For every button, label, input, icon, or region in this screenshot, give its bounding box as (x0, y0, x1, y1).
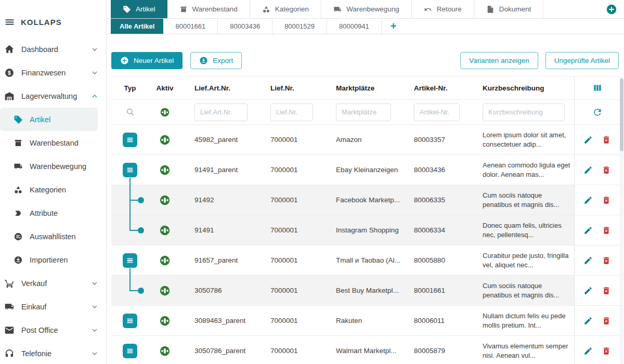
sidebar-item-post-office[interactable]: Post Office (0, 318, 106, 342)
sidebar-item-dashboard[interactable]: Dashboard (0, 37, 106, 61)
delete-button[interactable] (602, 226, 611, 235)
aktiv-cell (149, 276, 181, 305)
unchecked-articles-button[interactable]: Ungeprüfte Artikel (545, 52, 619, 69)
delete-button[interactable] (602, 135, 611, 145)
subtab-label: 80000941 (339, 22, 369, 30)
lief-art-nr-cell: 3089463_parent (181, 306, 257, 335)
filter-input[interactable] (194, 103, 248, 121)
add-tab-button[interactable] (606, 4, 617, 15)
list-icon (124, 345, 136, 357)
tree-node-dot (138, 227, 144, 233)
edit-button[interactable] (583, 165, 593, 175)
filter-input[interactable] (414, 103, 460, 121)
artikel-nr-cell: 80003436 (400, 155, 469, 185)
marktplaetze-cell: Rakuten (322, 306, 400, 335)
delete-button[interactable] (602, 196, 611, 205)
search-icon[interactable] (125, 107, 135, 117)
chevron-down-icon (90, 279, 99, 288)
delete-button[interactable] (602, 286, 611, 295)
column-header-lief-nr: Lief.Nr. (257, 76, 322, 99)
filter-input[interactable] (336, 103, 391, 121)
export-button[interactable]: Export (190, 52, 242, 69)
sidebar-item-auswahllisten[interactable]: Auswahllisten (0, 225, 106, 248)
sidebar-item-label: Telefonie (21, 349, 51, 358)
edit-button[interactable] (583, 256, 593, 265)
artikel-nr-cell: 80006011 (400, 306, 469, 335)
kurzbeschreibung-cell: Cum sociis natoque penatibus et magnis d… (469, 185, 574, 215)
sidebar-item-einkauf[interactable]: Einkauf (0, 295, 106, 318)
tab-kategorien[interactable]: Kategorien (250, 0, 321, 18)
aktiv-cell (149, 336, 181, 364)
lief-nr-cell: 7000001 (257, 155, 322, 185)
sidebar-item-telefonie[interactable]: Telefonie (0, 342, 106, 364)
edit-button[interactable] (583, 286, 593, 295)
edit-button[interactable] (583, 135, 593, 145)
filter-aktiv (149, 100, 181, 124)
tab-retoure[interactable]: Retoure (412, 0, 474, 18)
finance-icon: $ (4, 68, 15, 78)
sidebar-item-warenbewegung[interactable]: Warenbewegung (0, 154, 106, 178)
filter-input[interactable] (270, 103, 313, 121)
actions-cell (574, 306, 620, 335)
tab-label: Warenbewegung (346, 5, 399, 13)
edit-button[interactable] (583, 346, 593, 356)
subtab-80001529[interactable]: 80001529 (272, 19, 327, 34)
delete-button[interactable] (602, 165, 611, 175)
delete-button[interactable] (602, 316, 611, 326)
subtab-alle-artikel[interactable]: Alle Artikel (111, 19, 163, 34)
kurzbeschreibung-cell: Lorem ipsum dolor sit amet, consectetuer… (469, 125, 574, 154)
active-status-icon (160, 285, 170, 296)
edit-button[interactable] (583, 196, 593, 205)
show-variants-button[interactable]: Varianten anzeigen (460, 52, 538, 69)
aktiv-cell (149, 215, 181, 245)
tab-warenbestand[interactable]: Warenbestand (167, 0, 250, 18)
new-article-button[interactable]: Neuer Artikel (111, 52, 183, 69)
lief-nr-cell: 7000001 (257, 306, 322, 335)
toolbar: Neuer Artikel Export Varianten anzeigen … (107, 34, 624, 76)
sidebar-item-attribute[interactable]: Attribute (0, 201, 106, 225)
sidebar-item-warenbestand[interactable]: Warenbestand (0, 131, 106, 154)
tab-warenbewegung[interactable]: Warenbewegung (321, 0, 412, 18)
toolbar-left: Neuer Artikel Export (111, 52, 242, 69)
filter-input[interactable] (483, 103, 565, 121)
return-icon (424, 5, 432, 14)
column-header-kurzbeschreibung: Kurzbeschreibung (469, 76, 574, 99)
kurzbeschreibung-cell: Cum sociis natoque penatibus et magnis d… (469, 276, 574, 305)
sidebar-item-artikel[interactable]: Artikel (0, 108, 98, 131)
subtab-80001661[interactable]: 80001661 (163, 19, 218, 34)
filter-typ (111, 100, 149, 124)
subtab-80000941[interactable]: 80000941 (327, 19, 382, 34)
delete-button[interactable] (602, 346, 611, 356)
columns-icon[interactable] (592, 83, 603, 93)
scrollbar-thumb[interactable] (620, 79, 623, 151)
tree-line (129, 215, 131, 230)
sidebar-item-verkauf[interactable]: Verkauf (0, 271, 106, 295)
edit-button[interactable] (583, 226, 593, 235)
list-icon (124, 315, 136, 327)
menu-icon[interactable] (4, 17, 15, 28)
lief-nr-cell: 7000001 (257, 125, 322, 154)
sidebar-item-lagerverwaltung[interactable]: Lagerverwaltung (0, 84, 106, 108)
marktplaetze-cell: Tmall и Taobao (Al... (322, 245, 400, 275)
type-list-button[interactable] (123, 253, 137, 268)
tree-line (129, 178, 131, 186)
type-list-button[interactable] (123, 344, 137, 358)
sidebar-item-label: Kategorien (30, 186, 66, 194)
edit-button[interactable] (583, 316, 593, 326)
type-list-button[interactable] (123, 133, 137, 147)
actions-cell (574, 215, 620, 245)
sidebar-item-kategorien[interactable]: Kategorien (0, 178, 106, 201)
add-subtab-button[interactable]: + (382, 19, 406, 34)
truck-icon (4, 302, 15, 312)
type-list-button[interactable] (123, 314, 137, 328)
refresh-icon[interactable] (592, 107, 603, 118)
type-list-button[interactable] (123, 163, 137, 177)
active-status-icon[interactable] (160, 108, 170, 117)
sidebar-item-importieren[interactable]: Importieren (0, 248, 106, 271)
sidebar-item-finanzwesen[interactable]: $ Finanzwesen (0, 61, 106, 84)
delete-button[interactable] (602, 256, 611, 265)
column-header-marktplaetze: Marktplätze (322, 76, 400, 99)
tab-artikel[interactable]: Artikel (111, 0, 167, 18)
subtab-80003436[interactable]: 80003436 (218, 19, 272, 34)
tab-dokument[interactable]: Dokument (474, 0, 544, 18)
